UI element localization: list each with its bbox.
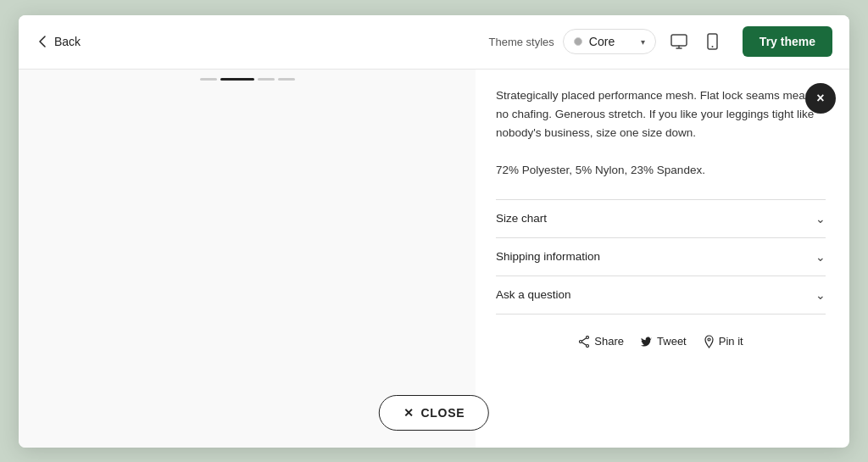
- desktop-icon[interactable]: [666, 29, 692, 54]
- close-button-overlay: ✕ CLOSE: [379, 395, 489, 431]
- tweet-icon: [641, 337, 653, 347]
- svg-line-7: [582, 342, 587, 344]
- close-x-icon: ✕: [403, 406, 415, 420]
- share-icon: [578, 336, 590, 348]
- thumb-bar-2: [220, 78, 254, 81]
- tweet-label: Tweet: [657, 335, 687, 348]
- svg-point-5: [580, 340, 582, 342]
- product-description: Strategically placed performance mesh. F…: [496, 86, 826, 143]
- share-button[interactable]: Share: [578, 335, 624, 348]
- product-info-area: × Strategically placed performance mesh.…: [476, 70, 849, 448]
- accordion-size-chart-label: Size chart: [496, 212, 547, 225]
- close-label: CLOSE: [420, 406, 465, 420]
- pin-label: Pin it: [719, 335, 743, 348]
- try-theme-button[interactable]: Try theme: [743, 26, 832, 57]
- svg-line-6: [582, 337, 587, 340]
- modal-container: Back Theme styles Core ▾: [19, 15, 849, 448]
- svg-rect-0: [671, 35, 687, 46]
- accordion-ask-question-label: Ask a question: [496, 288, 571, 301]
- thumb-bar-3: [258, 78, 275, 81]
- chevron-left-icon: [36, 35, 49, 48]
- accordion-ask-question-icon: ⌄: [815, 288, 826, 302]
- accordion-shipping-icon: ⌄: [815, 250, 826, 264]
- mobile-icon[interactable]: [700, 29, 726, 54]
- tweet-button[interactable]: Tweet: [641, 335, 687, 348]
- theme-dot-icon: [574, 37, 582, 46]
- thumb-bar-1: [200, 78, 217, 81]
- back-button[interactable]: Back: [36, 35, 81, 48]
- accordion-ask-question[interactable]: Ask a question ⌄: [496, 276, 826, 314]
- top-bar: Back Theme styles Core ▾: [19, 15, 849, 70]
- share-label: Share: [594, 335, 624, 348]
- thumb-bar-4: [278, 78, 295, 81]
- accordion-list: Size chart ⌄ Shipping information ⌄ Ask …: [496, 199, 826, 314]
- dismiss-button[interactable]: ×: [805, 83, 836, 114]
- svg-point-3: [587, 336, 589, 338]
- back-label: Back: [54, 35, 81, 48]
- theme-name: Core: [589, 35, 615, 48]
- svg-point-2: [712, 46, 714, 47]
- close-button[interactable]: ✕ CLOSE: [379, 395, 489, 431]
- dismiss-x-icon: ×: [816, 91, 824, 106]
- dropdown-arrow-icon: ▾: [641, 37, 645, 47]
- social-share: Share Tweet Pin it: [496, 335, 826, 348]
- pin-icon: [704, 335, 715, 348]
- thumbnail-strip: [200, 78, 295, 81]
- outer-wrapper: Back Theme styles Core ▾: [0, 0, 868, 462]
- product-materials: 72% Polyester, 5% Nylon, 23% Spandex.: [496, 161, 826, 180]
- device-icons: [666, 29, 726, 54]
- theme-dropdown[interactable]: Core ▾: [563, 29, 656, 54]
- accordion-shipping-label: Shipping information: [496, 250, 600, 263]
- pin-button[interactable]: Pin it: [704, 335, 743, 348]
- theme-styles-label: Theme styles: [489, 36, 554, 48]
- svg-point-8: [708, 338, 710, 341]
- svg-point-4: [587, 344, 589, 347]
- accordion-size-chart[interactable]: Size chart ⌄: [496, 199, 826, 237]
- accordion-shipping[interactable]: Shipping information ⌄: [496, 237, 826, 276]
- accordion-size-chart-icon: ⌄: [815, 212, 826, 225]
- main-content: × Strategically placed performance mesh.…: [19, 70, 849, 448]
- product-image-area: [19, 70, 476, 448]
